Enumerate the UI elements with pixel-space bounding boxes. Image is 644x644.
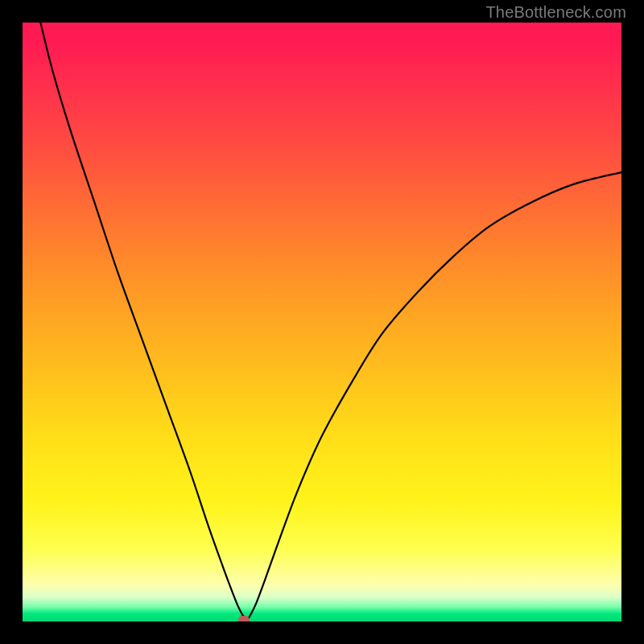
- bottleneck-curve: [23, 23, 621, 621]
- chart-frame: TheBottleneck.com: [0, 0, 644, 644]
- plot-area: [23, 23, 621, 621]
- watermark-label: TheBottleneck.com: [485, 3, 626, 22]
- minimum-marker-icon: [238, 616, 250, 621]
